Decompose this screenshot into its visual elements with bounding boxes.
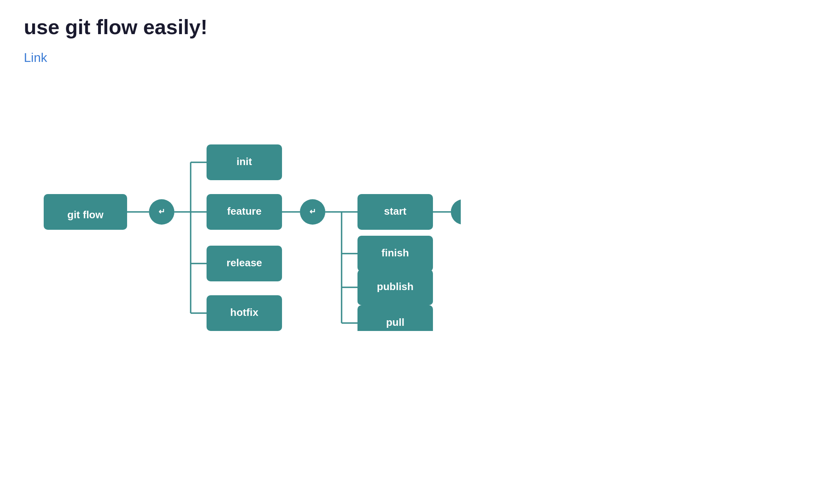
circle3-label: ↵ — [460, 207, 461, 216]
publish-label: publish — [377, 281, 413, 292]
release-label: release — [226, 257, 262, 269]
diagram-svg: .teal-box { fill: #3a8c8c; rx: 10; } .bo… — [24, 93, 461, 331]
circle3 — [451, 199, 461, 225]
link[interactable]: Link — [24, 50, 47, 65]
init-label: init — [237, 156, 252, 167]
start-label: start — [384, 205, 407, 217]
hotfix-label: hotfix — [230, 306, 259, 318]
finish-label: finish — [381, 247, 409, 259]
circle1-label: ↵ — [158, 207, 165, 216]
page-title: use git flow easily! — [24, 16, 799, 38]
gitflow-label: git flow — [68, 209, 104, 221]
feature-label: feature — [227, 205, 262, 217]
circle2-label: ↵ — [309, 207, 316, 216]
pull-label: pull — [386, 316, 404, 328]
diagram: .teal-box { fill: #3a8c8c; rx: 10; } .bo… — [24, 93, 799, 331]
